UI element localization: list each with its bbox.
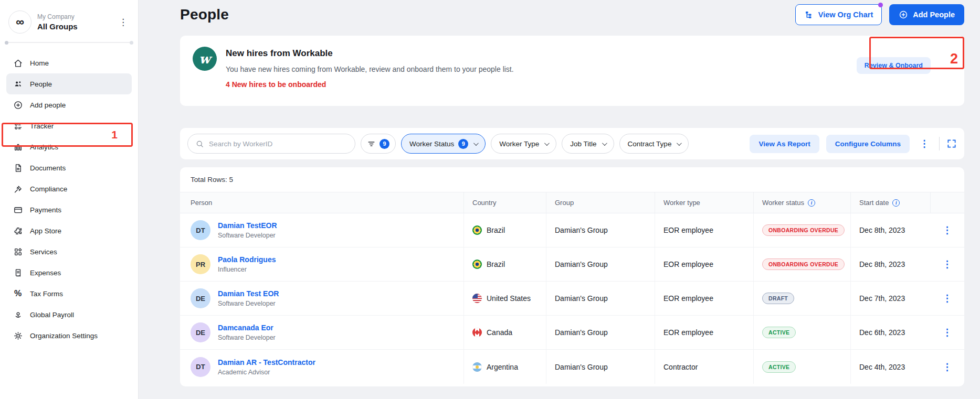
info-icon[interactable]: i (808, 199, 815, 207)
group-cell: Damian's Group (546, 213, 655, 247)
sidebar-item-label: App Store (30, 227, 61, 235)
sidebar-item-expenses[interactable]: Expenses (6, 262, 132, 283)
worker-status-cell: ACTIVE (753, 316, 850, 349)
documents-icon (13, 163, 23, 173)
workable-logo-icon: w (193, 47, 217, 71)
start-date-cell: Dec 4th, 2023 (850, 350, 930, 384)
sidebar-item-documents[interactable]: Documents (6, 157, 132, 178)
home-icon (13, 58, 23, 68)
person-name-link[interactable]: Paola Rodrigues (218, 255, 276, 264)
filter-pill-job-title[interactable]: Job Title (562, 134, 614, 154)
sidebar-item-label: Add people (30, 101, 66, 109)
company-logo-icon: ∞ (8, 10, 31, 34)
start-date-cell: Dec 8th, 2023 (850, 247, 930, 281)
tracker-icon (13, 121, 23, 131)
sidebar-item-tax-forms[interactable]: %Tax Forms (6, 283, 132, 304)
page-header: People View Org Chart Add People (180, 4, 964, 25)
search-input[interactable] (209, 140, 347, 148)
column-header-label: Worker type (663, 199, 700, 207)
person-job-title: Influencer (218, 266, 276, 273)
sidebar-item-people[interactable]: People (6, 73, 132, 94)
table-body: DTDamian TestEORSoftware DeveloperBrazil… (180, 213, 964, 384)
banner-action-area: Review & Onboard (857, 47, 952, 74)
flag-icon-us (472, 294, 482, 303)
chevron-down-icon (602, 141, 607, 146)
view-as-report-button[interactable]: View As Report (750, 135, 819, 153)
sidebar-item-global-payroll[interactable]: Global Payroll (6, 304, 132, 325)
review-onboard-button[interactable]: Review & Onboard (857, 57, 931, 74)
sidebar-item-app-store[interactable]: App Store (6, 220, 132, 241)
filter-pill-worker-status[interactable]: Worker Status9 (401, 134, 486, 154)
view-org-chart-button[interactable]: View Org Chart (795, 4, 882, 25)
worker-type-cell: EOR employee (655, 213, 753, 247)
fullscreen-icon[interactable] (946, 138, 957, 149)
row-kebab-icon[interactable]: ⋮ (940, 258, 955, 270)
add-people-button[interactable]: Add People (889, 4, 964, 25)
sidebar-item-home[interactable]: Home (6, 52, 132, 73)
country-label: Brazil (487, 260, 505, 268)
tax-forms-icon: % (13, 288, 23, 299)
person-name-link[interactable]: Damian Test EOR (218, 289, 279, 298)
column-header-label: Person (191, 199, 212, 207)
person-name-link[interactable]: Damian AR - TestContractor (218, 358, 315, 366)
sidebar-nav: HomePeopleAdd peopleTrackerAnalyticsDocu… (0, 46, 138, 346)
toolbar-divider (939, 137, 940, 150)
sidebar-item-tracker[interactable]: Tracker (6, 115, 132, 136)
row-kebab-icon[interactable]: ⋮ (940, 327, 955, 338)
flag-icon-ar (472, 362, 482, 372)
avatar: DT (191, 220, 210, 240)
person-name-link[interactable]: Damian TestEOR (218, 221, 277, 230)
sidebar-item-organization-settings[interactable]: Organization Settings (6, 325, 132, 346)
row-actions-cell: ⋮ (930, 316, 964, 349)
info-icon[interactable]: i (892, 199, 900, 207)
filter-pill-label: Job Title (570, 140, 596, 148)
filter-toolbar: 9 Worker Status9Worker TypeJob TitleCont… (180, 128, 964, 159)
more-options-kebab-icon[interactable]: ⋮ (916, 138, 932, 149)
sidebar-item-analytics[interactable]: Analytics (6, 136, 132, 157)
person-cell: DTDamian AR - TestContractorAcademic Adv… (180, 350, 463, 384)
header-actions: View Org Chart Add People (795, 4, 964, 25)
org-menu-kebab-icon[interactable]: ⋮ (115, 16, 131, 29)
start-date-cell: Dec 7th, 2023 (850, 282, 930, 315)
filter-pill-badge: 9 (458, 139, 468, 149)
table-row[interactable]: PRPaola RodriguesInfluencerBrazilDamian'… (180, 247, 964, 282)
column-header-start-date: Start datei (850, 192, 930, 213)
person-job-title: Software Developer (218, 232, 277, 239)
row-kebab-icon[interactable]: ⋮ (940, 224, 955, 236)
avatar: DE (191, 322, 210, 342)
configure-columns-button[interactable]: Configure Columns (826, 135, 910, 153)
column-header-country: Country (463, 192, 546, 213)
table-row[interactable]: DEDamian Test EORSoftware DeveloperUnite… (180, 282, 964, 316)
filter-pill-worker-type[interactable]: Worker Type (491, 134, 556, 154)
country-cell: Brazil (463, 247, 546, 281)
filter-pill-contract-type[interactable]: Contract Type (619, 134, 689, 154)
avatar: DT (191, 357, 210, 377)
search-icon (195, 139, 204, 148)
filter-count-button[interactable]: 9 (361, 134, 396, 154)
sidebar-item-add-people[interactable]: Add people (6, 94, 132, 115)
row-kebab-icon[interactable]: ⋮ (940, 293, 955, 304)
org-switcher[interactable]: ∞ My Company All Groups ⋮ (8, 10, 131, 34)
org-switcher-text: My Company All Groups (37, 13, 78, 31)
person-job-title: Software Developer (218, 300, 279, 307)
sidebar-item-compliance[interactable]: Compliance (6, 178, 132, 199)
filter-pill-label: Worker Status (409, 140, 454, 148)
group-cell: Damian's Group (546, 247, 655, 281)
table-row[interactable]: DTDamian AR - TestContractorAcademic Adv… (180, 350, 964, 384)
flag-icon-br (472, 225, 482, 235)
table-row[interactable]: DTDamian TestEORSoftware DeveloperBrazil… (180, 213, 964, 247)
table-header-row: PersonCountryGroupWorker typeWorker stat… (180, 192, 964, 213)
sidebar-item-label: Expenses (30, 269, 61, 277)
country-cell: Brazil (463, 213, 546, 247)
column-header-worker-status: Worker statusi (753, 192, 850, 213)
sidebar-item-payments[interactable]: Payments (6, 199, 132, 220)
country-label: United States (487, 294, 531, 303)
table-row[interactable]: DEDamcanada EorSoftware DeveloperCanadaD… (180, 316, 964, 350)
sidebar-item-services[interactable]: Services (6, 241, 132, 262)
person-text: Damcanada EorSoftware Developer (218, 323, 276, 341)
sidebar-item-label: Tax Forms (30, 290, 63, 298)
banner-description: You have new hires coming from Workable,… (226, 65, 514, 73)
person-name-link[interactable]: Damcanada Eor (218, 323, 276, 332)
flag-icon-br (472, 260, 482, 269)
row-kebab-icon[interactable]: ⋮ (940, 361, 955, 373)
